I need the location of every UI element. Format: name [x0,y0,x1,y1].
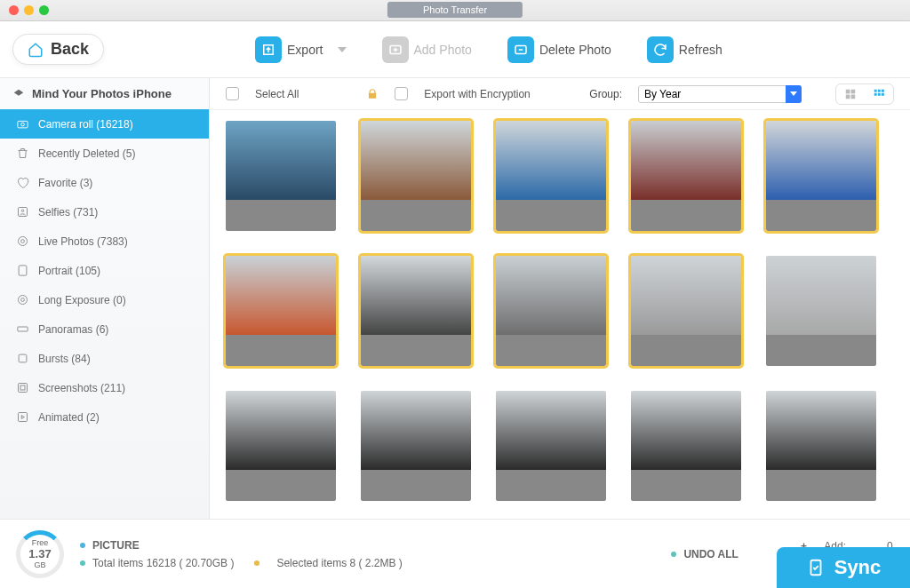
main-panel: Select All Export with Encryption Group: [210,78,910,519]
long-icon [16,293,29,306]
photo-thumbnail[interactable] [226,121,336,231]
svg-point-3 [21,123,25,126]
photo-thumbnail[interactable] [766,391,876,501]
device-icon [12,88,25,100]
sidebar-item-camera[interactable]: Camera roll (16218) [0,109,209,139]
sync-icon [806,558,826,577]
add-photo-icon [382,36,409,63]
view-large-button[interactable] [836,84,865,104]
svg-rect-15 [19,413,28,422]
photo-thumbnail[interactable] [361,256,471,366]
sidebar-item-pano[interactable]: Panoramas (6) [0,314,209,344]
svg-rect-2 [18,121,28,128]
sidebar-item-selfie[interactable]: Selfies (731) [0,197,209,226]
svg-rect-13 [19,384,28,393]
selected-items: Selected items 8 ( 2.2MB ) [276,557,402,569]
sidebar-list: Camera roll (16218)Recently Deleted (5)F… [0,109,209,519]
photo-thumbnail[interactable] [766,256,876,366]
svg-point-10 [21,298,25,302]
minimize-icon[interactable] [24,5,34,15]
select-all-label: Select All [255,88,299,100]
refresh-button[interactable]: Refresh [647,36,722,63]
sidebar-item-live[interactable]: Live Photos (7383) [0,226,209,256]
camera-icon [16,117,29,131]
total-items: Total items 16218 ( 20.70GB ) [92,557,234,569]
sidebar-header-label: Mind Your Photos iPhone [32,87,172,100]
content: Mind Your Photos iPhone Camera roll (162… [0,78,910,519]
sync-button[interactable]: Sync [777,547,910,588]
svg-rect-17 [851,89,856,93]
add-photo-label: Add Photo [414,43,472,57]
sidebar: Mind Your Photos iPhone Camera roll (162… [0,78,210,519]
sidebar-item-label: Screenshots (211) [38,382,125,394]
animated-icon [16,410,29,424]
view-toggle [835,83,894,105]
sidebar-item-label: Long Exposure (0) [38,294,126,306]
heart-icon [16,176,29,189]
sidebar-item-label: Portrait (105) [38,265,100,277]
group-label: Group: [589,88,622,100]
free-value: 1.37 [28,547,51,560]
live-icon [16,234,29,248]
svg-rect-24 [878,92,881,95]
sidebar-item-screenshot[interactable]: Screenshots (211) [0,373,209,402]
sidebar-item-long[interactable]: Long Exposure (0) [0,285,209,314]
chevron-down-icon [338,47,347,52]
back-button[interactable]: Back [12,34,104,65]
encryption-label: Export with Encryption [424,88,530,100]
photo-thumbnail[interactable] [226,391,336,501]
svg-rect-18 [846,94,850,99]
svg-rect-22 [882,89,884,91]
sync-label: Sync [834,556,882,579]
svg-rect-14 [20,385,25,390]
undo-all-button[interactable]: UNDO ALL [683,548,738,560]
svg-rect-8 [19,266,27,275]
picture-label: PICTURE [92,539,140,552]
photo-thumbnail[interactable] [766,121,876,231]
photo-thumbnail[interactable] [631,256,741,366]
option-bar: Select All Export with Encryption Group: [210,78,910,110]
encryption-checkbox[interactable] [395,87,408,100]
close-icon[interactable] [9,5,19,15]
selfie-icon [16,205,29,219]
photo-thumbnail[interactable] [496,256,606,366]
sidebar-header: Mind Your Photos iPhone [0,78,209,109]
photo-thumbnail[interactable] [226,256,336,366]
photo-thumbnail[interactable] [496,391,606,501]
svg-rect-23 [874,92,877,95]
pano-icon [16,322,29,336]
home-icon [28,42,44,58]
group-select[interactable] [638,85,802,103]
back-label: Back [51,40,89,59]
photo-thumbnail[interactable] [361,121,471,231]
sidebar-item-burst[interactable]: Bursts (84) [0,344,209,373]
photo-thumbnail[interactable] [496,121,606,231]
delete-photo-button[interactable]: Delete Photo [507,36,611,63]
sidebar-item-label: Bursts (84) [38,353,91,365]
svg-rect-25 [882,92,884,95]
footer-stats: PICTURE Total items 16218 ( 20.70GB ) Se… [80,539,403,569]
burst-icon [16,352,29,365]
sidebar-item-portrait[interactable]: Portrait (105) [0,256,209,285]
sidebar-item-trash[interactable]: Recently Deleted (5) [0,139,209,168]
photo-thumbnail[interactable] [631,391,741,501]
select-all-checkbox[interactable] [226,87,239,100]
maximize-icon[interactable] [39,5,49,15]
photo-thumbnail[interactable] [631,121,741,231]
svg-rect-16 [846,89,850,93]
photo-grid [210,110,910,519]
export-button[interactable]: Export [255,36,346,63]
free-unit: GB [34,560,45,569]
sidebar-item-animated[interactable]: Animated (2) [0,402,209,432]
export-icon [255,36,282,63]
sidebar-item-heart[interactable]: Favorite (3) [0,168,209,197]
svg-point-9 [19,296,28,305]
photo-thumbnail[interactable] [361,391,471,501]
group-select-input[interactable] [638,85,802,103]
svg-point-5 [21,210,24,212]
refresh-label: Refresh [679,43,722,57]
add-photo-button[interactable]: Add Photo [382,36,472,63]
sidebar-item-label: Camera roll (16218) [38,118,133,131]
svg-rect-20 [874,89,877,91]
view-small-button[interactable] [865,84,893,104]
